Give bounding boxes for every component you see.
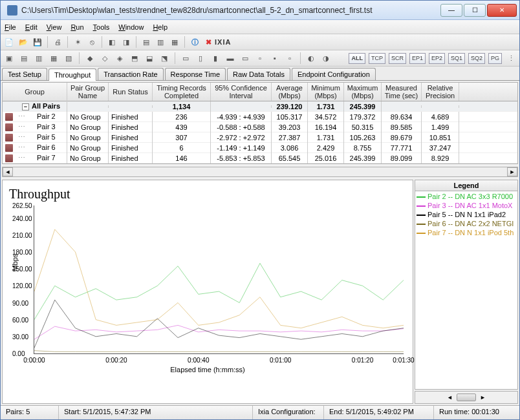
- filter-sq2-button[interactable]: SQ2: [468, 53, 485, 64]
- col-prec[interactable]: Relative Precision: [422, 83, 459, 101]
- t2e-icon[interactable]: ▧: [63, 52, 74, 64]
- t2r-icon[interactable]: ▪: [269, 52, 281, 64]
- summary-row[interactable]: −All Pairs1,134239.1201.731245.399: [3, 101, 517, 112]
- t2o-icon[interactable]: ▬: [224, 52, 236, 64]
- t2n-icon[interactable]: ▮: [210, 52, 221, 64]
- col-group[interactable]: Group: [3, 83, 67, 101]
- table-row[interactable]: ⋯Pair 6No GroupFinished6-1.149 : +1.1493…: [3, 143, 517, 153]
- menu-help[interactable]: Help: [153, 23, 168, 31]
- run-icon[interactable]: ✶: [72, 36, 83, 48]
- window-title: C:\Users\Tim\Desktop\wlan_tests\trendnet…: [21, 6, 439, 15]
- plot: Mbps 0.0030.0060.0090.00120.00150.00180.…: [34, 205, 404, 354]
- t2-icon[interactable]: ▣: [3, 52, 15, 64]
- tab-raw-data-totals[interactable]: Raw Data Totals: [227, 68, 290, 80]
- t2h-icon[interactable]: ◈: [114, 52, 125, 64]
- col-timing[interactable]: Timing Records Completed: [153, 83, 211, 101]
- print-icon[interactable]: 🖨: [52, 36, 63, 48]
- table-row[interactable]: ⋯Pair 3No GroupFinished439-0.588 : +0.58…: [3, 122, 517, 132]
- col-runstatus[interactable]: Run Status: [109, 83, 153, 101]
- legend-item[interactable]: Pair 2 -- DN AC 3x3 R7000: [417, 193, 516, 202]
- legend-item[interactable]: Pair 5 -- DN N 1x1 iPad2: [417, 211, 516, 220]
- table-row[interactable]: ⋯Pair 2No GroupFinished236-4.939 : +4.93…: [3, 112, 517, 122]
- tool5-icon[interactable]: ▦: [169, 36, 180, 48]
- tool2-icon[interactable]: ◨: [120, 36, 132, 48]
- t2s-icon[interactable]: ▫: [284, 52, 296, 64]
- filter-tcp-button[interactable]: TCP: [369, 53, 385, 64]
- col-max[interactable]: Maximum (Mbps): [344, 83, 382, 101]
- t2l-icon[interactable]: ▭: [180, 52, 191, 64]
- maximize-button[interactable]: ☐: [464, 4, 486, 17]
- stop-icon[interactable]: ⦸: [86, 36, 98, 48]
- t2t-icon[interactable]: ◐: [305, 52, 317, 64]
- t2b-icon[interactable]: ▤: [18, 52, 30, 64]
- table-row[interactable]: ⋯Pair 5No GroupFinished307-2.972 : +2.97…: [3, 132, 517, 143]
- status-end: End: 5/1/2015, 5:49:02 PM: [324, 406, 434, 419]
- filter-ep2-button[interactable]: EP2: [429, 53, 445, 64]
- info-icon[interactable]: ⓘ: [189, 36, 200, 48]
- y-tick: 60.00: [12, 316, 28, 323]
- x-tick: 0:01:30: [393, 357, 414, 364]
- menu-run[interactable]: Run: [70, 23, 83, 31]
- col-min[interactable]: Minimum (Mbps): [308, 83, 344, 101]
- legend-item[interactable]: Pair 7 -- DN N 1x1 iPod 5th: [417, 229, 516, 238]
- table-row[interactable]: ⋯Pair 7No GroupFinished146-5.853 : +5.85…: [3, 153, 517, 163]
- t2q-icon[interactable]: ▫: [254, 52, 266, 64]
- col-pairgroup[interactable]: Pair Group Name: [67, 83, 109, 101]
- tool-icon[interactable]: ◧: [106, 36, 118, 48]
- y-tick: 262.50: [12, 202, 32, 209]
- t2d-icon[interactable]: ▦: [48, 52, 60, 64]
- save-icon[interactable]: 💾: [32, 36, 43, 48]
- menu-tools[interactable]: Tools: [93, 23, 110, 31]
- scroll-right-icon[interactable]: ►: [507, 167, 517, 176]
- menu-edit[interactable]: Edit: [25, 23, 38, 31]
- legend-item[interactable]: Pair 3 -- DN AC 1x1 MotoX: [417, 202, 516, 211]
- tab-throughput[interactable]: Throughput: [49, 68, 96, 81]
- filter-pg-button[interactable]: PG: [488, 53, 502, 64]
- t2g-icon[interactable]: ◇: [99, 52, 111, 64]
- status-pairs: Pairs: 5: [1, 406, 59, 419]
- legend-item[interactable]: Pair 6 -- DN AC 2x2 NETGI: [417, 220, 516, 229]
- legend-scroll[interactable]: ◄ ►: [415, 391, 518, 404]
- x-tick: 0:00:20: [105, 357, 127, 364]
- t2k-icon[interactable]: ⬔: [158, 52, 170, 64]
- tab-endpoint-config[interactable]: Endpoint Configuration: [292, 68, 376, 80]
- tab-response-time[interactable]: Response Time: [165, 68, 226, 80]
- t2p-icon[interactable]: ▭: [239, 52, 251, 64]
- col-time[interactable]: Measured Time (sec): [382, 83, 422, 101]
- t2end-icon[interactable]: ⋮: [505, 52, 517, 64]
- status-config: Ixia Configuration:: [253, 406, 324, 419]
- brand-label: ✖ IXIA: [206, 38, 231, 47]
- x-axis-label: Elapsed time (h:mm:ss): [8, 366, 407, 373]
- t2i-icon[interactable]: ⬒: [129, 52, 140, 64]
- menubar: File Edit View Run Tools Window Help: [1, 20, 519, 34]
- t2m-icon[interactable]: ▯: [195, 52, 206, 64]
- t2f-icon[interactable]: ◆: [84, 52, 96, 64]
- open-icon[interactable]: 📂: [17, 36, 29, 48]
- col-avg[interactable]: Average (Mbps): [272, 83, 308, 101]
- menu-view[interactable]: View: [47, 23, 62, 31]
- chart-pane: Throughput Mbps 0.0030.0060.0090.00120.0…: [2, 180, 413, 404]
- filter-all-button[interactable]: ALL: [349, 53, 365, 64]
- filter-sq1-button[interactable]: SQ1: [448, 53, 465, 64]
- col-ci[interactable]: 95% Confidence Interval: [211, 83, 272, 101]
- tab-test-setup[interactable]: Test Setup: [2, 68, 47, 80]
- tab-transaction-rate[interactable]: Transaction Rate: [98, 68, 163, 80]
- minimize-button[interactable]: —: [440, 4, 462, 17]
- t2c-icon[interactable]: ▥: [33, 52, 45, 64]
- x-tick: 0:00:40: [188, 357, 209, 364]
- tab-strip: Test Setup Throughput Transaction Rate R…: [1, 67, 519, 81]
- filter-scr-button[interactable]: SCR: [389, 53, 406, 64]
- tool3-icon[interactable]: ▤: [140, 36, 152, 48]
- scroll-left-icon[interactable]: ◄: [3, 167, 13, 176]
- filter-ep1-button[interactable]: EP1: [409, 53, 426, 64]
- legend-body: Pair 2 -- DN AC 3x3 R7000Pair 3 -- DN AC…: [415, 191, 518, 390]
- menu-window[interactable]: Window: [118, 23, 144, 31]
- tool4-icon[interactable]: ▥: [155, 36, 166, 48]
- chart-area: Throughput Mbps 0.0030.0060.0090.00120.0…: [2, 180, 518, 404]
- close-button[interactable]: ✕: [487, 4, 517, 17]
- t2u-icon[interactable]: ◑: [320, 52, 332, 64]
- menu-file[interactable]: File: [5, 23, 16, 31]
- t2j-icon[interactable]: ⬓: [144, 52, 155, 64]
- new-icon[interactable]: 📄: [3, 36, 15, 48]
- grid-hscroll[interactable]: ◄ ►: [2, 167, 518, 177]
